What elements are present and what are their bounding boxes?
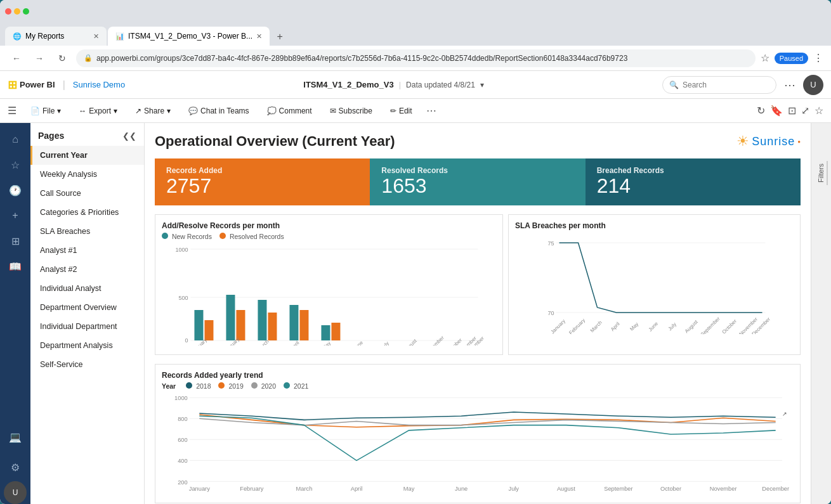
subscribe-button[interactable]: ✉ Subscribe (326, 104, 376, 118)
svg-text:January: January (189, 486, 210, 492)
menu-dots[interactable]: ⋮ (813, 52, 823, 64)
page-item-sla-breaches[interactable]: SLA Breaches (30, 222, 144, 241)
nav-create[interactable]: + (4, 204, 27, 227)
page-item-categories[interactable]: Categories & Priorities (30, 203, 144, 222)
svg-text:0: 0 (185, 337, 188, 344)
bar-res-jan (204, 320, 213, 340)
pbi-data-chevron[interactable]: ▾ (480, 81, 484, 89)
reload-button[interactable]: ↻ (53, 49, 71, 67)
svg-text:September: September (424, 335, 445, 346)
export-button[interactable]: ↔ Export ▾ (75, 104, 121, 118)
nav-learn[interactable]: 📖 (4, 255, 27, 278)
page-item-individual-analyst[interactable]: Individual Analyst (30, 279, 144, 298)
nav-home[interactable]: ⌂ (4, 128, 27, 151)
charts-row: Add/Resolve Records per month New Record… (155, 214, 801, 355)
min-dot[interactable] (14, 8, 20, 15)
sla-chart-title: SLA Breaches per month (515, 221, 794, 230)
tab-my-reports[interactable]: 🌐 My Reports ✕ (5, 27, 107, 46)
forward-button[interactable]: → (30, 49, 48, 67)
fullscreen-icon[interactable]: ⤢ (801, 105, 809, 117)
star-icon[interactable]: ☆ (761, 52, 769, 64)
tab-label-1: My Reports (25, 32, 64, 41)
pbi-report-title: ITSM4_V1_2_Demo_V3 (303, 80, 393, 89)
pbi-search[interactable]: 🔍 (662, 76, 776, 94)
legend-2021-label: 2021 (294, 382, 308, 390)
svg-text:March: March (589, 320, 603, 333)
view-icon[interactable]: ⊡ (788, 105, 796, 117)
tab-label-2: ITSM4_V1_2_Demo_V3 - Power B... (128, 32, 252, 41)
new-tab-button[interactable]: + (271, 28, 289, 46)
page-item-call-source[interactable]: Call Source (30, 184, 144, 203)
page-item-self-service[interactable]: Self-Service (30, 355, 144, 374)
pbi-workspace[interactable]: Sunrise Demo (73, 80, 125, 89)
report-content: Operational Overview (Current Year) ☀ Su… (145, 123, 811, 504)
bar-new-jan (194, 310, 203, 340)
lock-icon: 🔒 (84, 54, 93, 62)
svg-text:July: July (509, 486, 520, 492)
bookmark-icon[interactable]: 🔖 (770, 105, 783, 117)
nav-monitor[interactable]: 💻 (4, 425, 27, 448)
bar-new-may (321, 325, 330, 340)
pbi-title-area: ITSM4_V1_2_Demo_V3 | Data updated 4/8/21… (133, 80, 655, 89)
bar-res-mar (268, 313, 277, 340)
pbi-more-icon[interactable]: ⋯ (784, 78, 795, 92)
search-input[interactable] (683, 81, 769, 89)
pbi-app-name: Power BI (20, 80, 55, 89)
trend-legend-label: Year (162, 382, 176, 390)
tab-close-1[interactable]: ✕ (93, 32, 99, 41)
bar-res-apr (299, 310, 308, 340)
star-report-icon[interactable]: ☆ (815, 105, 823, 117)
collapse-pages-button[interactable]: ❮❮ (122, 131, 136, 141)
max-dot[interactable] (23, 8, 29, 15)
sunrise-logo: ☀ Sunrise ● (736, 133, 801, 150)
hamburger-icon[interactable]: ☰ (8, 105, 16, 117)
kpi-records-added: Records Added 2757 (155, 158, 370, 205)
pbi-user-avatar[interactable]: U (803, 75, 823, 95)
share-button[interactable]: ↗ Share ▾ (131, 104, 174, 118)
page-item-dept-overview[interactable]: Department Overview (30, 298, 144, 317)
url-bar[interactable]: 🔒 app.powerbi.com/groups/3ce7dd87-ba4c-4… (76, 49, 756, 67)
page-item-analyst2[interactable]: Analyst #2 (30, 260, 144, 279)
svg-text:April: April (351, 486, 363, 492)
filters-label[interactable]: Filters (815, 161, 828, 185)
svg-text:December: December (762, 486, 789, 492)
icon-nav: ⌂ ☆ 🕐 + ⊞ 📖 💻 ⚙ U (0, 123, 30, 504)
svg-text:January: January (549, 318, 566, 334)
chat-icon: 💬 (188, 107, 198, 115)
tab-close-2[interactable]: ✕ (256, 32, 262, 41)
svg-text:February: February (568, 318, 586, 334)
svg-text:April: April (289, 340, 301, 346)
edit-button[interactable]: ✏ Edit (386, 104, 416, 118)
back-button[interactable]: ← (8, 49, 25, 67)
bar-chart-legend: New Records Resolved Records (162, 233, 496, 240)
page-item-weekly-analysis[interactable]: Weekly Analysis (30, 165, 144, 184)
comment-label: Comment (279, 107, 312, 115)
nav-recents[interactable]: 🕐 (4, 179, 27, 202)
more-options-icon[interactable]: ⋯ (426, 105, 436, 117)
page-item-dept-analysis[interactable]: Department Analysis (30, 336, 144, 355)
refresh-icon[interactable]: ↻ (757, 105, 765, 117)
export-label: Export (89, 107, 111, 115)
kpi-records-added-label: Records Added (166, 166, 358, 175)
file-label: File (43, 107, 55, 115)
tab-powerbi[interactable]: 📊 ITSM4_V1_2_Demo_V3 - Power B... ✕ (108, 27, 270, 46)
nav-favorites[interactable]: ☆ (4, 153, 27, 176)
bar-res-may (331, 323, 340, 340)
nav-browse[interactable]: ⊞ (4, 229, 27, 252)
chat-label: Chat in Teams (200, 107, 249, 115)
nav-user-bottom[interactable]: U (4, 481, 27, 504)
svg-text:February: February (240, 486, 263, 492)
svg-text:75: 75 (547, 240, 554, 247)
svg-text:September: September (604, 486, 632, 492)
file-button[interactable]: 📄 File ▾ (27, 104, 65, 118)
close-dot[interactable] (5, 8, 11, 15)
svg-text:August: August (403, 338, 419, 346)
chat-button[interactable]: 💬 Chat in Teams (185, 104, 252, 118)
page-item-individual-dept[interactable]: Individual Department (30, 317, 144, 336)
comment-icon: 💭 (267, 107, 277, 115)
page-item-analyst1[interactable]: Analyst #1 (30, 241, 144, 260)
nav-settings[interactable]: ⚙ (4, 456, 27, 479)
comment-button[interactable]: 💭 Comment (263, 104, 316, 118)
pages-list: Current YearWeekly AnalysisCall SourceCa… (30, 146, 144, 374)
page-item-current-year[interactable]: Current Year (30, 146, 144, 165)
